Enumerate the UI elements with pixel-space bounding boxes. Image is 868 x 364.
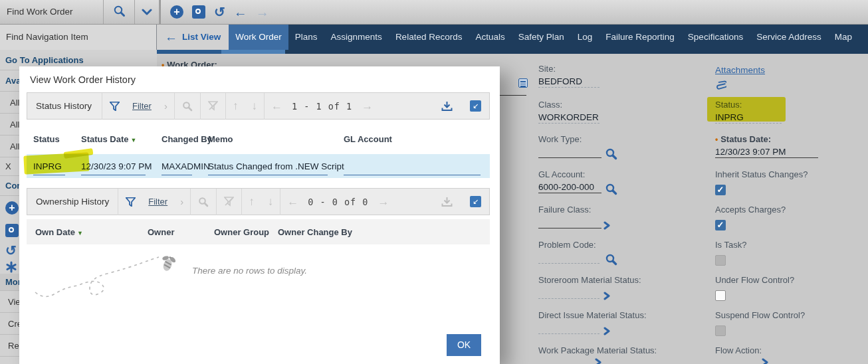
search-icon: [113, 5, 126, 20]
gl-account-input[interactable]: 6000-200-000: [538, 181, 601, 193]
move-row-down-icon[interactable]: ↓: [268, 195, 274, 209]
field-storeroom-material-status: Storeroom Material Status:: [538, 275, 691, 299]
field-direct-issue-material-status: Direct Issue Material Status:: [538, 310, 691, 334]
ok-button[interactable]: OK: [447, 334, 481, 356]
problem-code-input[interactable]: [538, 252, 599, 264]
problem-code-lookup-icon[interactable]: [605, 253, 617, 268]
previous-record-icon[interactable]: ←: [234, 5, 247, 19]
filter-icon[interactable]: [126, 197, 136, 207]
attachments-link[interactable]: Attachments: [715, 65, 765, 75]
work-type-input[interactable]: [538, 146, 601, 158]
filter-icon[interactable]: [110, 102, 120, 111]
search-rows-icon[interactable]: [182, 101, 193, 112]
field-suspend-flow-control: Suspend Flow Control?: [715, 310, 868, 339]
cell-status-date[interactable]: 12/30/23 9:07 PM: [81, 159, 146, 175]
status-history-label: Status History: [27, 101, 102, 111]
previous-page-icon[interactable]: ←: [271, 100, 282, 113]
chevron-right-icon: ›: [164, 100, 167, 112]
sidebar-clear-changes-icon[interactable]: ↺: [5, 244, 17, 257]
gl-account-lookup-icon[interactable]: [605, 183, 617, 198]
collapse-table-icon[interactable]: ↙: [470, 100, 481, 112]
accepts-charges-checkbox[interactable]: ✓: [715, 220, 726, 230]
tab-specifications[interactable]: Specifications: [681, 25, 750, 50]
work-package-material-detail-icon[interactable]: [595, 357, 602, 364]
failure-class-detail-icon[interactable]: [603, 221, 611, 232]
direct-issue-material-status-value: [538, 322, 599, 334]
record-toolbar: + ↺ ← →: [160, 0, 269, 24]
tab-work-order[interactable]: Work Order: [229, 25, 288, 50]
field-gl-account: GL Account: 6000-200-000: [538, 169, 691, 193]
cell-memo[interactable]: Status Changed from .NEW Script: [208, 159, 328, 175]
save-record-icon[interactable]: [192, 5, 205, 19]
column-header-sorted[interactable]: Own Date▼: [27, 227, 148, 237]
tab-assignments[interactable]: Assignments: [324, 25, 389, 50]
tab-map[interactable]: Map: [828, 25, 859, 50]
view-work-order-history-dialog: View Work Order History Status History F…: [19, 66, 500, 364]
failure-class-input[interactable]: [538, 217, 601, 228]
sort-desc-icon: ▼: [131, 137, 137, 143]
download-icon[interactable]: [441, 197, 453, 207]
column-header-sorted[interactable]: Status Date▼: [74, 134, 155, 144]
tab-actuals[interactable]: Actuals: [469, 25, 511, 50]
tab-log[interactable]: Log: [571, 25, 599, 50]
new-record-icon[interactable]: +: [170, 5, 183, 19]
find-navigation-input[interactable]: Find Navigation Item: [0, 25, 157, 50]
tab-related-records[interactable]: Related Records: [389, 25, 469, 50]
status-date-input[interactable]: 12/30/23 9:07 PM: [715, 146, 818, 158]
field-is-task: Is Task?: [715, 240, 868, 268]
clear-changes-icon[interactable]: ↺: [214, 5, 225, 19]
previous-page-icon[interactable]: ←: [287, 195, 298, 209]
tab-list-view[interactable]: ← List View: [157, 25, 229, 50]
direct-issue-material-detail-icon[interactable]: [603, 326, 611, 338]
move-row-down-icon[interactable]: ↓: [251, 100, 257, 113]
paperclip-icon[interactable]: [715, 78, 868, 94]
next-page-icon[interactable]: →: [362, 100, 373, 113]
search-options-dropdown[interactable]: [135, 0, 160, 24]
sidebar-new-record-icon[interactable]: +: [5, 201, 19, 215]
under-flow-control-checkbox[interactable]: [715, 290, 726, 301]
storeroom-material-detail-icon[interactable]: [603, 291, 611, 303]
work-type-lookup-icon[interactable]: [605, 147, 617, 163]
download-icon[interactable]: [441, 101, 453, 112]
search-rows-icon[interactable]: [198, 197, 209, 207]
is-task-checkbox[interactable]: [715, 255, 726, 266]
sidebar-save-icon[interactable]: [5, 224, 19, 237]
filter-link[interactable]: Filter: [148, 197, 167, 207]
status-history-row[interactable]: INPRG 12/30/23 9:07 PM MAXADMIN Status C…: [27, 154, 490, 178]
column-header[interactable]: Memo: [201, 134, 337, 144]
column-header[interactable]: Owner Group: [214, 227, 278, 237]
search-button[interactable]: [104, 0, 135, 24]
detail-menu-icon[interactable]: [518, 78, 528, 88]
inherit-status-changes-checkbox[interactable]: ✓: [715, 185, 726, 195]
field-work-type: Work Type:: [538, 134, 691, 158]
move-row-up-icon[interactable]: ↑: [233, 100, 239, 113]
cell-gl-account[interactable]: [344, 159, 481, 175]
clear-filter-icon[interactable]: [208, 101, 218, 111]
next-page-icon[interactable]: →: [378, 195, 389, 209]
chevron-down-icon: [142, 6, 152, 18]
move-row-up-icon[interactable]: ↑: [249, 195, 255, 209]
column-header[interactable]: Changed By: [155, 134, 201, 144]
ownership-history-toolbar: Ownership History Filter › ↑ ↓ ← 0 - 0 o…: [27, 188, 490, 215]
no-rows-message: There are no rows to display.: [192, 266, 307, 276]
clear-filter-icon[interactable]: [224, 197, 234, 207]
next-record-icon[interactable]: →: [256, 5, 269, 19]
suspend-flow-control-checkbox[interactable]: [715, 325, 726, 336]
dialog-title: View Work Order History: [30, 74, 136, 85]
field-under-flow-control: Under Flow Control?: [715, 275, 868, 304]
sort-desc-icon: ▼: [77, 230, 83, 236]
tab-plans[interactable]: Plans: [288, 25, 324, 50]
tab-bar: Find Navigation Item ← List View Work Or…: [0, 25, 868, 50]
flow-action-detail-icon[interactable]: [762, 357, 769, 364]
column-header[interactable]: Owner Change By: [278, 227, 490, 237]
tab-failure-reporting[interactable]: Failure Reporting: [599, 25, 681, 50]
column-header[interactable]: GL Account: [337, 134, 490, 144]
column-header[interactable]: Owner: [148, 227, 214, 237]
tab-safety-plan[interactable]: Safety Plan: [512, 25, 571, 50]
find-work-order-input[interactable]: Find Work Order: [0, 0, 104, 24]
collapse-table-icon[interactable]: ↙: [470, 196, 481, 207]
cell-changed-by[interactable]: MAXADMIN: [162, 159, 192, 175]
filter-link[interactable]: Filter: [132, 101, 152, 111]
tab-service-address[interactable]: Service Address: [750, 25, 828, 50]
column-header[interactable]: Status: [27, 134, 74, 144]
